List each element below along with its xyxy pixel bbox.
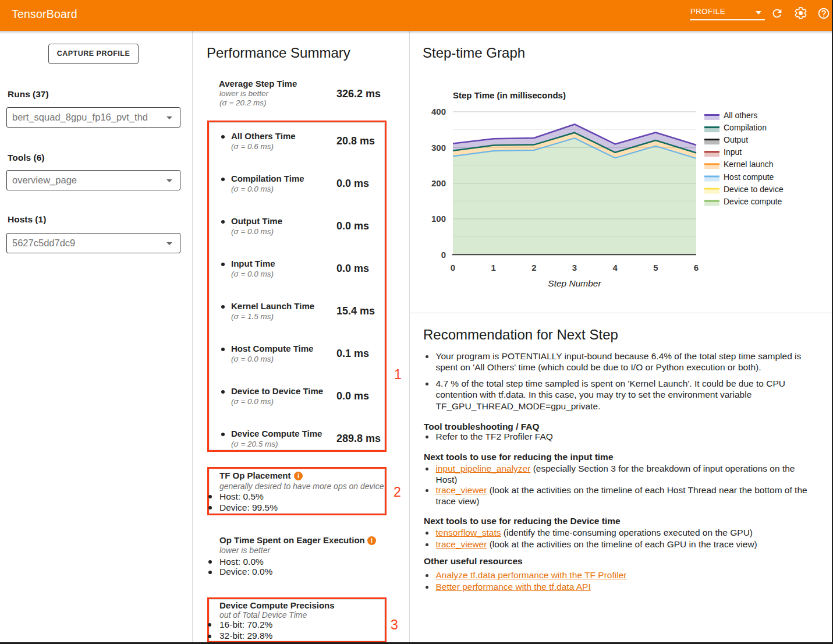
svg-text:300: 300 bbox=[431, 143, 446, 153]
svg-text:6: 6 bbox=[694, 263, 699, 273]
svg-text:5: 5 bbox=[653, 263, 658, 273]
svg-text:Step Number: Step Number bbox=[548, 278, 601, 288]
svg-text:0: 0 bbox=[451, 263, 455, 273]
svg-text:Step Time (in milliseconds): Step Time (in milliseconds) bbox=[453, 90, 566, 100]
svg-text:Input: Input bbox=[724, 147, 742, 157]
svg-text:4: 4 bbox=[613, 263, 618, 273]
svg-text:All others: All others bbox=[724, 111, 757, 120]
svg-text:200: 200 bbox=[431, 178, 446, 188]
svg-text:Kernel launch: Kernel launch bbox=[724, 160, 774, 169]
svg-text:1: 1 bbox=[491, 263, 496, 273]
svg-text:Compilation: Compilation bbox=[724, 123, 767, 132]
svg-text:Device to device: Device to device bbox=[724, 185, 784, 194]
svg-text:Host compute: Host compute bbox=[724, 172, 774, 182]
svg-text:0: 0 bbox=[441, 250, 446, 260]
svg-text:400: 400 bbox=[431, 107, 446, 116]
svg-text:2: 2 bbox=[531, 263, 536, 273]
svg-text:100: 100 bbox=[431, 214, 446, 224]
svg-text:Output: Output bbox=[724, 135, 748, 144]
svg-text:3: 3 bbox=[572, 263, 577, 273]
svg-text:Device compute: Device compute bbox=[724, 197, 782, 206]
